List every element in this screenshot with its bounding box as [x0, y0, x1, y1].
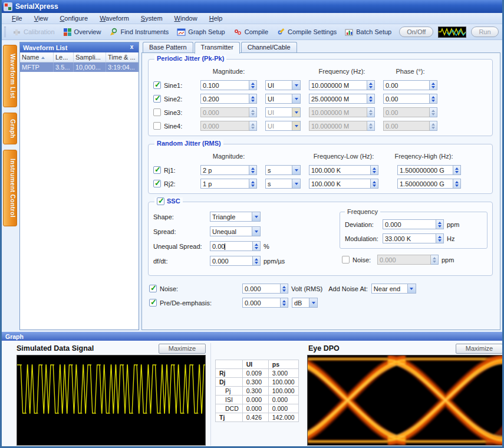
sine3-magnitude-spinner[interactable] — [249, 107, 257, 117]
sine3-magnitude-field[interactable]: 0.000 — [200, 107, 249, 117]
ssc-checkbox[interactable] — [157, 197, 164, 205]
sine3-frequency-field[interactable]: 10.000000 M — [309, 107, 367, 117]
column-length[interactable]: Le... — [54, 52, 74, 62]
sine3-frequency-spinner[interactable] — [367, 107, 375, 117]
sine1-frequency-spinner[interactable] — [367, 80, 375, 90]
column-time[interactable]: Time & ... — [106, 52, 139, 62]
noise-checkbox[interactable] — [149, 285, 157, 292]
sine4-checkbox[interactable] — [153, 122, 161, 130]
overview-button[interactable]: Overview — [60, 27, 104, 38]
sine4-frequency-spinner[interactable] — [367, 121, 375, 131]
tab-base-pattern[interactable]: Base Pattern — [143, 42, 193, 53]
shape-select[interactable]: Triangle — [210, 212, 261, 222]
rj2-freq-high-spinner[interactable] — [453, 179, 461, 189]
rj2-checkbox[interactable] — [153, 180, 161, 187]
on-off-button[interactable]: On/Off — [399, 27, 433, 37]
sine4-frequency-field[interactable]: 10.000000 M — [309, 121, 367, 131]
sine3-phase-field[interactable]: 0.00 — [383, 107, 430, 117]
rj1-magnitude-spinner[interactable] — [249, 165, 257, 175]
graph-setup-button[interactable]: Graph Setup — [174, 27, 228, 38]
sine2-phase-spinner[interactable] — [430, 94, 437, 104]
table-row[interactable]: MFTP 3.5... 10,000... 3:19:04... — [20, 62, 139, 72]
menu-configure[interactable]: Configure — [54, 14, 93, 23]
sine1-phase-spinner[interactable] — [430, 80, 437, 90]
noise-spinner[interactable] — [281, 284, 288, 294]
run-button[interactable]: Run — [471, 27, 498, 37]
sine3-checkbox[interactable] — [153, 108, 161, 116]
rj1-freq-low-field[interactable]: 100.000 K — [309, 165, 371, 175]
tab-transmitter[interactable]: Transmitter — [195, 42, 240, 54]
sine4-magnitude-field[interactable]: 0.000 — [200, 121, 249, 131]
noise-field[interactable]: 0.000 — [242, 284, 281, 294]
menu-file[interactable]: File — [6, 14, 28, 23]
rj2-magnitude-spinner[interactable] — [249, 179, 257, 189]
menu-view[interactable]: View — [29, 14, 54, 23]
dfdt-field[interactable]: 0.000 — [210, 256, 253, 266]
sine2-frequency-spinner[interactable] — [367, 94, 375, 104]
deviation-field[interactable]: 0.000 — [383, 219, 436, 229]
sine4-phase-spinner[interactable] — [430, 121, 437, 131]
modulation-field[interactable]: 33.000 K — [383, 233, 436, 243]
compile-settings-button[interactable]: Compile Settings — [274, 27, 340, 38]
sine3-phase-spinner[interactable] — [430, 107, 437, 117]
add-noise-select[interactable]: Near end — [371, 284, 416, 294]
unequal-spread-field[interactable]: 0.00 — [210, 241, 253, 251]
tab-channel-cable[interactable]: Channel/Cable — [241, 42, 297, 53]
unequal-spread-spinner[interactable] — [253, 241, 261, 251]
batch-setup-button[interactable]: Batch Setup — [342, 27, 394, 38]
sine2-magnitude-field[interactable]: 0.200 — [200, 94, 249, 104]
menu-system[interactable]: System — [136, 14, 168, 23]
rj1-magnitude-field[interactable]: 2 p — [200, 165, 249, 175]
sine1-magnitude-spinner[interactable] — [249, 80, 257, 90]
column-name[interactable]: Name — [20, 52, 54, 62]
rj1-freq-high-field[interactable]: 1.500000000 G — [397, 165, 453, 175]
compile-button[interactable]: Compile — [230, 27, 271, 38]
sine2-unit-select[interactable]: UI — [265, 94, 301, 104]
spread-select[interactable]: Unequal — [210, 226, 261, 236]
sine1-frequency-field[interactable]: 10.000000 M — [309, 80, 367, 90]
rj2-freq-low-spinner[interactable] — [371, 179, 378, 189]
menu-help[interactable]: Help — [204, 14, 228, 23]
sine4-phase-field[interactable]: 0.00 — [383, 121, 430, 131]
preemphasis-spinner[interactable] — [281, 298, 288, 308]
toolbar-grip[interactable] — [4, 27, 6, 37]
menu-window[interactable]: Window — [169, 14, 203, 23]
sine2-phase-field[interactable]: 0.00 — [383, 94, 430, 104]
rj2-unit-select[interactable]: s — [265, 179, 301, 189]
preemphasis-unit-select[interactable]: dB — [292, 298, 318, 308]
ssc-noise-field[interactable]: 0.000 — [377, 255, 431, 265]
waveform-list-body[interactable] — [20, 72, 139, 330]
rj1-freq-high-spinner[interactable] — [453, 165, 461, 175]
eye-maximize-button[interactable]: Maximize — [456, 344, 503, 354]
sine4-magnitude-spinner[interactable] — [249, 121, 257, 131]
sine4-unit-select[interactable]: UI — [265, 121, 301, 131]
side-tab-waveform-list[interactable]: Waveform List — [3, 45, 17, 107]
simulated-maximize-button[interactable]: Maximize — [159, 344, 206, 354]
side-tab-graph[interactable]: Graph — [3, 113, 17, 144]
find-instruments-button[interactable]: Find Instruments — [106, 27, 172, 38]
rj1-freq-low-spinner[interactable] — [371, 165, 378, 175]
modulation-spinner[interactable] — [436, 233, 444, 243]
rj2-freq-high-field[interactable]: 1.500000000 G — [397, 179, 453, 189]
sine2-checkbox[interactable] — [153, 95, 161, 103]
sine1-checkbox[interactable] — [153, 81, 161, 89]
preemphasis-checkbox[interactable] — [149, 299, 157, 307]
rj1-checkbox[interactable] — [153, 166, 161, 174]
dfdt-spinner[interactable] — [253, 256, 261, 266]
ssc-noise-checkbox[interactable] — [342, 256, 350, 263]
close-icon[interactable]: x — [128, 44, 136, 51]
sine1-phase-field[interactable]: 0.00 — [383, 80, 430, 90]
column-sampling[interactable]: Sampli... — [74, 52, 106, 62]
deviation-spinner[interactable] — [436, 219, 444, 229]
rj1-unit-select[interactable]: s — [265, 165, 301, 175]
splitter[interactable] — [210, 343, 211, 446]
menu-waveform[interactable]: Waveform — [94, 14, 134, 23]
rj2-magnitude-field[interactable]: 1 p — [200, 179, 249, 189]
side-tab-instrument-control[interactable]: Instrument Control — [3, 150, 17, 226]
sine1-unit-select[interactable]: UI — [265, 80, 301, 90]
ssc-noise-spinner[interactable] — [431, 255, 439, 265]
rj2-freq-low-field[interactable]: 100.000 K — [309, 179, 371, 189]
sine2-magnitude-spinner[interactable] — [249, 94, 257, 104]
simulated-signal-plot[interactable] — [17, 355, 206, 446]
eye-dpo-plot[interactable] — [307, 355, 504, 446]
